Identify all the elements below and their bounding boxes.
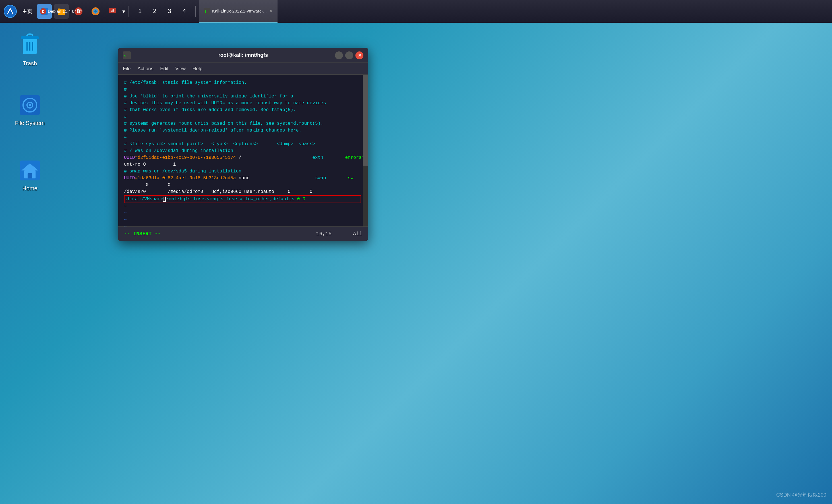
kali-logo[interactable] [3, 4, 18, 19]
workspace-1[interactable]: 1 [132, 4, 147, 19]
content-line-5: # that works even if disks are added and… [124, 107, 362, 113]
home-label: Home [21, 185, 39, 192]
content-line-14: # swap was on /dev/sda5 during installat… [124, 168, 362, 175]
taskbar-app-flag[interactable]: 旗 [105, 4, 120, 19]
maximize-button[interactable] [345, 51, 353, 59]
terminal-scrollbar[interactable] [363, 75, 368, 226]
trash-label: Trash [21, 60, 39, 67]
content-line-17: /dev/sr0 /media/cdrom0 udf,iso9660 user,… [124, 188, 362, 195]
terminal-title: root@kali: /mnt/hgfs [218, 52, 268, 58]
content-line-9: # [124, 134, 362, 141]
content-line-highlighted: .host:/VMshare▌/mnt/hgfs fuse.vmhgfs-fus… [124, 195, 361, 203]
csdn-watermark: CSDN @光辉饿饿200 [776, 492, 826, 498]
menu-view[interactable]: View [175, 66, 186, 72]
taskbar-divider-2 [195, 6, 196, 17]
terminal-controls: ✕ [335, 51, 363, 59]
tab-close-btn[interactable]: ✕ [269, 9, 273, 13]
content-line-6: # [124, 113, 362, 120]
terminal-titlebar: $_ root@kali: /mnt/hgfs ✕ [118, 48, 368, 63]
svg-point-7 [95, 10, 97, 12]
content-line-12: UUID=d2f51dad-e1bb-4c19-b078-71938554517… [124, 154, 362, 161]
trash-desktop-icon[interactable]: Trash [11, 31, 48, 67]
terminal-window-icon: $_ [123, 51, 131, 59]
taskbar-app-firefox[interactable] [88, 4, 103, 19]
content-line-7: # systemd generates mount units based on… [124, 120, 362, 127]
svg-text:$_: $_ [204, 9, 209, 13]
vim-mode: -- INSERT -- [124, 231, 161, 237]
tilde-3: ~ [124, 217, 362, 224]
menu-actions[interactable]: Actions [137, 66, 153, 72]
tilde-1: ~ [124, 203, 362, 210]
vim-position: 16,15 All [316, 231, 362, 237]
workspaces: 1 2 3 4 [132, 4, 192, 19]
debian-tab[interactable]: D Debian 11.4 64 位 [40, 0, 82, 23]
svg-text:$_: $_ [124, 54, 129, 58]
workspace-4[interactable]: 4 [177, 4, 192, 19]
menu-file[interactable]: File [123, 66, 131, 72]
minimize-button[interactable] [335, 51, 343, 59]
taskbar-divider [129, 6, 129, 17]
content-line-3: # Use 'blkid' to print the universally u… [124, 93, 362, 100]
svg-point-22 [29, 104, 31, 106]
content-line-11: # / was on /dev/sda1 during installation [124, 147, 362, 154]
home-desktop-icon[interactable]: Home [11, 159, 48, 192]
content-line-10: # <file system> <mount point> <type> <op… [124, 141, 362, 147]
svg-point-0 [4, 5, 17, 18]
tilde-4: ~ [124, 224, 362, 226]
content-line-13: unt-ro 0 1 [124, 161, 362, 168]
workspace-3[interactable]: 3 [162, 4, 177, 19]
terminal-tab-label: Kali-Linux-2022.2-vmware-... [212, 8, 267, 13]
svg-rect-26 [28, 173, 32, 178]
svg-text:D: D [42, 10, 45, 13]
terminal-content[interactable]: # /etc/fstab: static file system informa… [118, 75, 368, 226]
filesystem-label: File System [14, 119, 46, 127]
close-button[interactable]: ✕ [356, 51, 363, 59]
content-line-16: 0 0 [124, 181, 362, 188]
content-line-8: # Please run 'systemctl daemon-reload' a… [124, 127, 362, 134]
terminal-window: $_ root@kali: /mnt/hgfs ✕ File Actions E… [118, 48, 368, 241]
home-menu-label[interactable]: 主页 [20, 4, 35, 19]
svg-rect-15 [21, 36, 39, 39]
filesystem-desktop-icon[interactable]: File System [11, 94, 48, 127]
menu-edit[interactable]: Edit [160, 66, 168, 72]
svg-text:旗: 旗 [111, 9, 114, 12]
scrollbar-thumb[interactable] [363, 75, 368, 166]
tilde-2: ~ [124, 210, 362, 217]
workspace-2[interactable]: 2 [147, 4, 162, 19]
menu-help[interactable]: Help [192, 66, 203, 72]
terminal-statusbar: -- INSERT -- 16,15 All [118, 226, 368, 241]
app-dropdown-btn[interactable]: ▾ [122, 8, 125, 15]
content-line-1: # /etc/fstab: static file system informa… [124, 79, 362, 86]
content-line-4: # device; this may be used with UUID= as… [124, 100, 362, 107]
content-line-15: UUID=1da63d1a-0f82-4aef-9c18-5b313cd2cd5… [124, 175, 362, 181]
taskbar: 主页 T B 旗 ▾ 1 2 3 4 $_ Kali-Linux-2022.2-… [0, 0, 832, 23]
terminal-menubar: File Actions Edit View Help [118, 63, 368, 75]
content-line-2: # [124, 86, 362, 93]
terminal-tab[interactable]: $_ Kali-Linux-2022.2-vmware-... ✕ [199, 0, 278, 23]
